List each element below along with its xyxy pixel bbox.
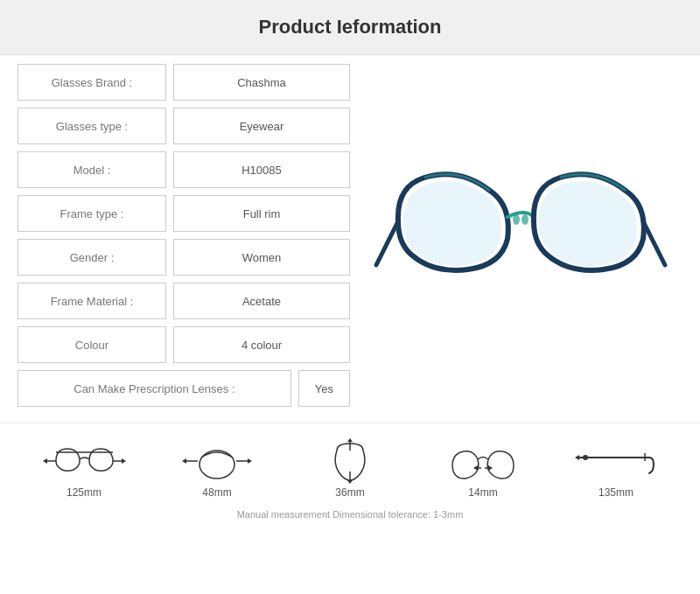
svg-marker-23 (575, 455, 579, 460)
measurements-row: 125mm 48mm (18, 432, 682, 506)
field-label-4: Gender : (18, 239, 166, 276)
field-value-6: 4 colour (173, 326, 350, 363)
info-row-6: Colour4 colour (18, 326, 350, 363)
svg-line-1 (643, 221, 665, 265)
glasses-image-container (359, 64, 682, 414)
measure-icon-width (40, 439, 128, 483)
field-label-1: Glasses type : (18, 108, 166, 144)
field-label-6: Colour (18, 326, 166, 363)
svg-line-0 (376, 221, 398, 265)
svg-marker-21 (488, 465, 493, 471)
measure-item-lens-width: 48mm (164, 439, 270, 499)
info-row-4: Gender :Women (18, 239, 350, 276)
measure-item-temple: 135mm (564, 439, 668, 499)
measure-label-temple: 135mm (598, 486, 634, 499)
field-value-3: Full rim (173, 195, 350, 232)
glasses-svg (372, 151, 669, 326)
page-header: Product Ieformation (0, 0, 700, 55)
page-title: Product Ieformation (0, 16, 700, 38)
field-label-2: Model : (18, 151, 166, 188)
measurements-section: 125mm 48mm (0, 423, 700, 535)
field-value-5: Acetate (173, 283, 350, 319)
svg-point-25 (583, 455, 588, 460)
info-row-2: Model :H10085 (18, 151, 350, 188)
field-value-1: Eyewear (173, 108, 350, 144)
prescription-value: Yes (298, 370, 350, 407)
svg-marker-19 (473, 465, 478, 471)
measure-icon-lens-width (173, 439, 261, 483)
measure-item-bridge: 14mm (430, 439, 536, 499)
fields-container: Glasses Brand :ChashmaGlasses type :Eyew… (18, 64, 350, 363)
info-row-1: Glasses type :Eyewear (18, 108, 350, 144)
field-value-0: Chashma (173, 64, 350, 101)
svg-marker-7 (122, 458, 126, 464)
measure-label-lens-width: 48mm (202, 486, 231, 499)
prescription-label: Can Make Prescription Lenses : (18, 370, 291, 407)
measure-icon-temple (572, 439, 660, 483)
info-table: Glasses Brand :ChashmaGlasses type :Eyew… (18, 64, 359, 414)
info-row-5: Frame Material :Acetate (18, 283, 350, 319)
svg-point-2 (513, 214, 520, 225)
measure-item-width: 125mm (32, 439, 136, 499)
svg-marker-12 (248, 458, 252, 464)
measure-item-lens-height: 36mm (298, 439, 402, 499)
field-value-4: Women (173, 239, 350, 276)
prescription-row: Can Make Prescription Lenses : Yes (18, 370, 350, 407)
measure-icon-bridge (439, 439, 527, 483)
svg-point-3 (522, 214, 528, 225)
svg-marker-15 (347, 438, 353, 442)
field-label-0: Glasses Brand : (18, 64, 166, 101)
measure-label-width: 125mm (66, 486, 102, 499)
svg-marker-10 (182, 458, 186, 464)
field-value-2: H10085 (173, 151, 350, 188)
main-content: Glasses Brand :ChashmaGlasses type :Eyew… (0, 55, 700, 423)
svg-marker-5 (43, 458, 47, 464)
tolerance-note: Manual measurement Dimensional tolerance… (18, 506, 682, 528)
measure-label-lens-height: 36mm (335, 486, 364, 499)
info-row-0: Glasses Brand :Chashma (18, 64, 350, 101)
measure-icon-lens-height (306, 439, 394, 483)
info-row-3: Frame type :Full rim (18, 195, 350, 232)
field-label-3: Frame type : (18, 195, 166, 232)
field-label-5: Frame Material : (18, 283, 166, 319)
measure-label-bridge: 14mm (468, 486, 497, 499)
